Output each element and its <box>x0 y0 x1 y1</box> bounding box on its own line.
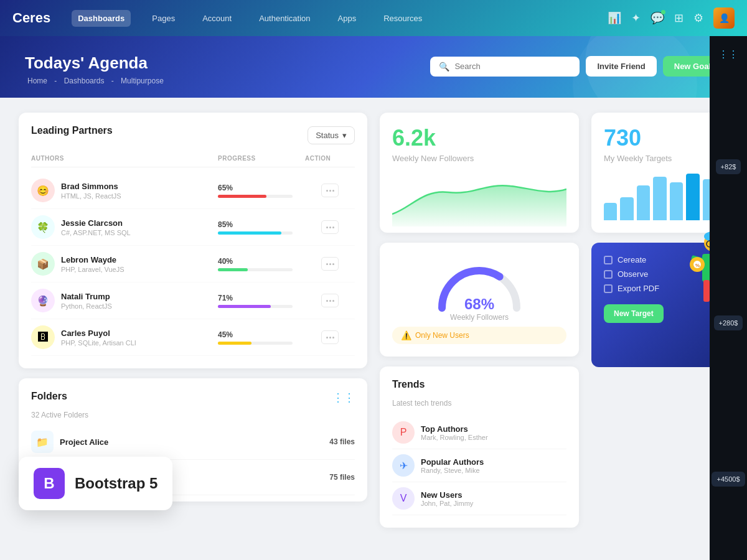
nav-right: 📊 ✦ 💬 ⊞ ⚙ 👤 <box>608 7 735 29</box>
progress-bar-fill <box>218 231 281 235</box>
table-row: 📦 Lebron Wayde PHP, Laravel, VueJS 40% <box>31 246 355 282</box>
progress-bar-bg <box>218 305 293 308</box>
col-authors: AUTHORS <box>31 155 218 162</box>
folders-title: Folders <box>31 391 88 402</box>
folders-subtitle: 32 Active Folders <box>31 411 88 419</box>
trend-sub: John, Pat, Jimmy <box>421 500 473 507</box>
breadcrumb-dashboards: Dashboards <box>64 77 105 85</box>
trends-card: Trends Latest tech trends P Top Authors … <box>380 366 579 528</box>
message-icon[interactable]: 💬 <box>651 11 664 25</box>
gauge-label: Weekly Followers <box>450 313 509 322</box>
svg-text:%: % <box>695 263 700 268</box>
dot <box>329 300 331 302</box>
dot <box>332 190 334 192</box>
promo-checkbox-1[interactable] <box>604 256 613 264</box>
nav-link-dashboards[interactable]: Dashboards <box>72 10 131 27</box>
progress-wrap: 40% <box>218 257 305 271</box>
folders-options-icon[interactable]: ⋮⋮ <box>332 391 355 404</box>
trend-sub: Randy, Steve, Mike <box>421 467 484 474</box>
new-target-button[interactable]: New Target <box>604 304 664 323</box>
invite-friend-button[interactable]: Invite Friend <box>586 56 656 77</box>
progress-pct: 45% <box>218 330 305 339</box>
promo-label-2: Observe <box>618 269 648 279</box>
leading-partners-header: Leading Partners Status ▾ <box>31 125 355 145</box>
targets-card: 730 My Weekly Targets <box>591 113 728 233</box>
table-row: 🅱 Carles Puyol PHP, SQLite, Artisan CLI … <box>31 319 355 356</box>
targets-stat: 730 <box>604 125 716 151</box>
nav-logo: Ceres <box>12 10 50 26</box>
promo-checkbox-3[interactable] <box>604 284 613 293</box>
search-icon: 🔍 <box>439 62 449 72</box>
bar-item <box>604 203 617 220</box>
promo-checkbox-2[interactable] <box>604 270 613 279</box>
nav-link-resources[interactable]: Resources <box>377 10 428 27</box>
bar-chart-icon[interactable]: 📊 <box>608 11 621 25</box>
nav-link-authentication[interactable]: Authentication <box>253 10 316 27</box>
bar-item <box>670 182 683 220</box>
col-progress: PROGRESS <box>218 155 305 162</box>
folder-row: 📁 Project Alice 43 files <box>31 424 355 460</box>
page-title: Todays' Agenda <box>25 54 722 73</box>
nav-link-apps[interactable]: Apps <box>332 10 363 27</box>
dot <box>329 263 331 265</box>
author-info: 📦 Lebron Wayde PHP, Laravel, VueJS <box>31 252 218 276</box>
avatar[interactable]: 👤 <box>713 7 735 29</box>
action-dots[interactable] <box>321 330 339 344</box>
action-dots[interactable] <box>321 184 339 197</box>
nav-link-account[interactable]: Account <box>196 10 238 27</box>
author-name: Lebron Wayde <box>61 255 125 264</box>
navbar: Ceres Dashboards Pages Account Authentic… <box>0 0 747 36</box>
author-skills: PHP, SQLite, Artisan CLI <box>61 339 136 347</box>
progress-bar-bg <box>218 195 293 198</box>
author-avatar: 🍀 <box>31 215 55 239</box>
dark-stat-1: +82$ <box>716 159 741 174</box>
dot <box>329 190 331 192</box>
gauge-note: ⚠️ Only New Users <box>392 327 566 344</box>
dot <box>332 337 334 338</box>
table-row: 🔮 Natali Trump Python, ReactJS 71% <box>31 282 355 319</box>
trends-title: Trends <box>392 379 566 390</box>
nav-link-pages[interactable]: Pages <box>146 10 181 27</box>
folders-header: Folders 32 Active Folders ⋮⋮ <box>31 391 355 419</box>
table-header: AUTHORS PROGRESS ACTION <box>31 155 355 167</box>
middle-column: 6.2k Weekly New Followers <box>380 113 579 528</box>
followers-chart <box>392 170 566 220</box>
author-info: 🅱 Carles Puyol PHP, SQLite, Artisan CLI <box>31 325 218 349</box>
table-row: 🍀 Jessie Clarcson C#, ASP.NET, MS SQL 85… <box>31 209 355 246</box>
sparkle-icon[interactable]: ✦ <box>631 11 641 25</box>
action-dots[interactable] <box>321 294 339 307</box>
author-avatar: 🅱 <box>31 325 55 349</box>
chevron-down-icon: ▾ <box>342 131 347 140</box>
followers-card: 6.2k Weekly New Followers <box>380 113 579 233</box>
leading-partners-title: Leading Partners <box>31 125 113 136</box>
progress-bar-bg <box>218 268 293 271</box>
author-info: 😊 Brad Simmons HTML, JS, ReactJS <box>31 179 218 202</box>
trend-row: V New Users John, Pat, Jimmy <box>392 482 566 515</box>
status-dropdown[interactable]: Status ▾ <box>308 126 355 144</box>
warning-icon: ⚠️ <box>401 330 411 340</box>
progress-pct: 65% <box>218 184 305 192</box>
progress-wrap: 45% <box>218 330 305 345</box>
bootstrap-icon-letter: B <box>44 475 54 492</box>
followers-label: Weekly New Followers <box>392 154 566 163</box>
promo-label-1: Cereate <box>618 255 646 264</box>
dot <box>329 226 331 228</box>
author-avatar: 😊 <box>31 179 55 202</box>
author-skills: HTML, JS, ReactJS <box>61 192 121 200</box>
dark-stat-3: +4500$ <box>712 472 745 487</box>
col-action: ACTION <box>305 155 355 162</box>
dot <box>332 300 334 302</box>
search-input[interactable] <box>454 62 571 71</box>
apps-icon[interactable]: ⊞ <box>674 11 684 25</box>
action-dots[interactable] <box>321 257 339 271</box>
action-dots[interactable] <box>321 220 339 234</box>
gauge-container: 68% Weekly Followers ⚠️ Only New Users <box>392 255 566 344</box>
dot <box>332 226 334 228</box>
dot <box>332 263 334 265</box>
trend-name: Popular Authors <box>421 457 484 467</box>
bar-item <box>653 177 666 220</box>
settings-icon[interactable]: ⚙ <box>693 11 703 25</box>
folder-icon: 📁 <box>31 431 54 453</box>
message-dot <box>661 10 665 14</box>
trend-row: P Top Authors Mark, Rowling, Esther <box>392 416 566 449</box>
